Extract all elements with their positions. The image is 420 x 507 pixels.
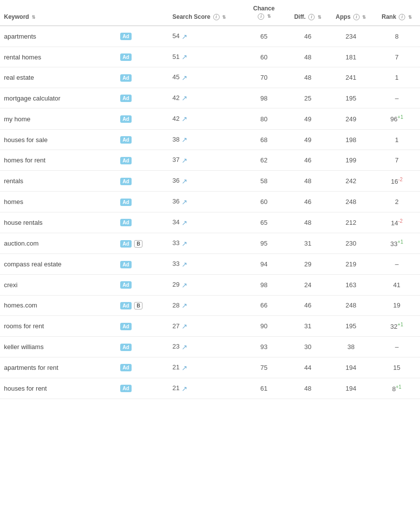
keyword-cell: my home (0, 108, 116, 129)
ad-badge: Ad (120, 385, 132, 392)
chart-icon[interactable]: ↗ (182, 177, 187, 185)
badges-cell: Ad (116, 378, 169, 399)
chart-icon[interactable]: ↗ (182, 240, 187, 248)
ad-badge: Ad (120, 323, 132, 330)
ad-badge: Ad (120, 178, 132, 185)
col-header-chance[interactable]: Chance i ⇅ (241, 0, 287, 26)
apps-cell: 198 (328, 129, 373, 150)
rank-cell: 2 (373, 192, 420, 212)
keyword-text[interactable]: keller williams (4, 343, 44, 351)
chance-info-icon[interactable]: i (258, 13, 264, 20)
score-cell: 21↗ (168, 357, 240, 378)
chart-icon[interactable]: ↗ (182, 33, 187, 41)
keyword-text[interactable]: homes for rent (4, 156, 46, 164)
keyword-text[interactable]: compass real estate (4, 260, 61, 268)
chart-icon[interactable]: ↗ (182, 136, 187, 144)
apps-cell: 242 (328, 170, 373, 191)
col-header-diff[interactable]: Diff. i ⇅ (287, 0, 328, 26)
ad-badge: Ad (120, 240, 132, 248)
apps-cell: 248 (328, 192, 373, 212)
chart-icon[interactable]: ↗ (182, 343, 187, 351)
score-value: 29 (172, 281, 179, 288)
keyword-text[interactable]: crexi (4, 281, 17, 289)
col-header-score[interactable]: Search Score i ⇅ (168, 0, 240, 26)
chart-icon[interactable]: ↗ (182, 74, 187, 82)
keyword-text[interactable]: homes (4, 198, 23, 205)
table-row: real estateAd45↗70482411 (0, 67, 420, 88)
col-header-rank[interactable]: Rank i ⇅ (373, 0, 420, 26)
chance-cell: 80 (241, 108, 287, 129)
chart-icon[interactable]: ↗ (182, 385, 187, 393)
keyword-cell: mortgage calculator (0, 88, 116, 108)
rank-cell: 1 (373, 67, 420, 88)
keyword-text[interactable]: apartments (4, 33, 36, 40)
diff-cell: 48 (287, 378, 328, 399)
chance-sort-icon[interactable]: ⇅ (267, 14, 271, 20)
score-value: 54 (172, 32, 179, 40)
keyword-sort-icon[interactable]: ⇅ (32, 15, 36, 20)
table-row: mortgage calculatorAd42↗9825195– (0, 88, 420, 108)
chart-icon[interactable]: ↗ (182, 364, 187, 372)
chance-cell: 94 (241, 254, 287, 275)
col-header-keyword[interactable]: Keyword ⇅ (0, 0, 116, 26)
keyword-text[interactable]: rentals (4, 177, 23, 185)
keyword-text[interactable]: homes.com (4, 302, 37, 309)
chart-icon[interactable]: ↗ (182, 198, 187, 206)
diff-info-icon[interactable]: i (308, 14, 315, 20)
col-header-apps[interactable]: Apps i ⇅ (328, 0, 373, 26)
keyword-text[interactable]: houses for rent (4, 385, 47, 392)
rank-change: -2 (398, 218, 403, 224)
keyword-text[interactable]: rooms for rent (4, 322, 44, 330)
chart-icon[interactable]: ↗ (182, 281, 187, 289)
ad-badge: Ad (120, 115, 132, 123)
keyword-text[interactable]: mortgage calculator (4, 95, 60, 102)
chart-icon[interactable]: ↗ (182, 53, 187, 61)
chance-cell: 66 (241, 295, 287, 316)
apps-cell: 234 (328, 26, 373, 47)
apps-cell: 212 (328, 212, 373, 233)
chart-icon[interactable]: ↗ (182, 322, 187, 330)
diff-sort-icon[interactable]: ⇅ (318, 15, 322, 20)
chance-cell: 75 (241, 357, 287, 378)
score-cell: 23↗ (168, 337, 240, 357)
chart-icon[interactable]: ↗ (182, 219, 187, 227)
apps-cell: 241 (328, 67, 373, 88)
chart-icon[interactable]: ↗ (182, 260, 187, 268)
chance-cell: 58 (241, 170, 287, 191)
keyword-cell: houses for sale (0, 129, 116, 150)
rank-value: 33 (390, 240, 397, 248)
score-cell: 21↗ (168, 378, 240, 399)
chart-icon[interactable]: ↗ (182, 115, 187, 123)
keyword-text[interactable]: real estate (4, 74, 34, 81)
table-row: houses for saleAd38↗68491981 (0, 129, 420, 150)
score-info-icon[interactable]: i (213, 14, 220, 20)
diff-cell: 30 (287, 337, 328, 357)
apps-sort-icon[interactable]: ⇅ (362, 15, 366, 20)
chance-cell: 61 (241, 378, 287, 399)
keyword-text[interactable]: my home (4, 115, 30, 123)
rank-sort-icon[interactable]: ⇅ (408, 15, 412, 20)
keyword-cell: homes (0, 192, 116, 212)
keyword-cell: homes for rent (0, 150, 116, 171)
keyword-text[interactable]: houses for sale (4, 136, 47, 144)
keyword-text[interactable]: rental homes (4, 53, 41, 61)
score-cell: 29↗ (168, 275, 240, 296)
keyword-text[interactable]: auction.com (4, 240, 39, 247)
apps-info-icon[interactable]: i (353, 14, 360, 20)
chart-icon[interactable]: ↗ (182, 94, 187, 102)
ad-badge: Ad (120, 364, 132, 371)
keyword-text[interactable]: apartments for rent (4, 364, 58, 371)
chart-icon[interactable]: ↗ (182, 156, 187, 164)
chance-cell: 70 (241, 67, 287, 88)
chance-cell: 65 (241, 212, 287, 233)
badges-cell: Ad (116, 316, 169, 337)
score-cell: 37↗ (168, 150, 240, 171)
rank-cell: 96+1 (373, 108, 420, 129)
keyword-text[interactable]: house rentals (4, 219, 43, 226)
score-sort-icon[interactable]: ⇅ (222, 15, 226, 20)
apps-cell: 195 (328, 88, 373, 108)
apps-cell: 194 (328, 378, 373, 399)
keyword-cell: auction.com (0, 233, 116, 254)
chart-icon[interactable]: ↗ (182, 302, 187, 309)
rank-info-icon[interactable]: i (399, 14, 405, 20)
